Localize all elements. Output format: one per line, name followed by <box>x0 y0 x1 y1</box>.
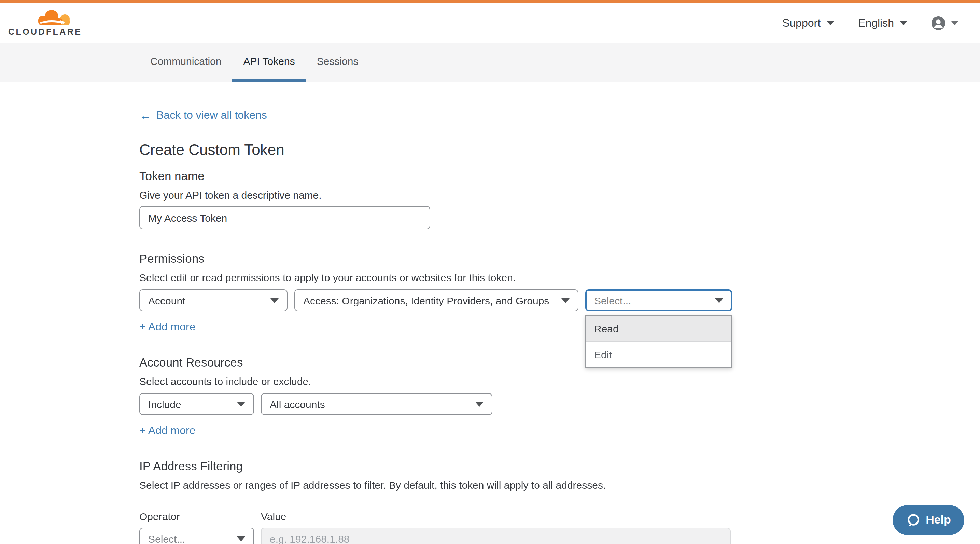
account-resources-description: Select accounts to include or exclude. <box>139 376 980 388</box>
token-name-heading: Token name <box>139 169 980 184</box>
ip-filtering-heading: IP Address Filtering <box>139 459 980 474</box>
include-exclude-select[interactable]: Include <box>139 393 254 415</box>
menu-item-edit[interactable]: Edit <box>586 342 732 367</box>
page: CLOUDFLARE Support English <box>0 0 980 544</box>
back-link[interactable]: ← Back to view all tokens <box>139 109 267 122</box>
language-menu[interactable]: English <box>858 17 907 29</box>
brand-top-bar <box>0 0 980 3</box>
permissions-row: Account Access: Organizations, Identity … <box>139 289 980 311</box>
account-menu[interactable] <box>932 16 958 30</box>
chevron-down-icon <box>270 298 278 303</box>
chevron-down-icon <box>562 298 570 303</box>
help-button[interactable]: Help <box>892 505 964 535</box>
speech-bubble-icon <box>906 513 920 527</box>
access-level-select-wrap: Select... Read Edit <box>585 289 732 311</box>
select-placeholder: Select... <box>594 295 631 306</box>
header-menus: Support English <box>782 16 958 30</box>
back-link-label: Back to view all tokens <box>156 109 267 122</box>
token-name-section: Token name Give your API token a descrip… <box>139 169 980 229</box>
ip-filtering-description: Select IP addresses or ranges of IP addr… <box>139 479 980 492</box>
ip-filtering-section: IP Address Filtering Select IP addresses… <box>139 459 980 544</box>
accounts-select[interactable]: All accounts <box>261 393 492 415</box>
value-label: Value <box>261 511 286 522</box>
account-resources-section: Account Resources Select accounts to inc… <box>139 355 980 437</box>
language-menu-label: English <box>858 17 894 29</box>
page-title: Create Custom Token <box>139 141 980 159</box>
token-name-description: Give your API token a descriptive name. <box>139 189 980 201</box>
support-menu-label: Support <box>782 17 821 29</box>
help-button-label: Help <box>926 513 951 527</box>
ip-filtering-labels: Operator Value <box>139 511 980 522</box>
operator-select[interactable]: Select... <box>139 528 254 544</box>
chevron-down-icon <box>827 21 834 25</box>
permissions-add-more-link[interactable]: + Add more <box>139 321 196 333</box>
menu-item-read[interactable]: Read <box>586 316 732 342</box>
cloudflare-logo[interactable]: CLOUDFLARE <box>8 9 82 37</box>
support-menu[interactable]: Support <box>782 17 834 29</box>
arrow-left-icon: ← <box>139 110 152 121</box>
permissions-description: Select edit or read permissions to apply… <box>139 272 980 284</box>
cloudflare-logo-text: CLOUDFLARE <box>8 28 82 37</box>
select-value: Include <box>148 398 181 410</box>
select-value: Access: Organizations, Identity Provider… <box>303 295 549 306</box>
access-level-select[interactable]: Select... <box>585 289 732 311</box>
tab-api-tokens[interactable]: API Tokens <box>232 43 305 82</box>
select-placeholder: Select... <box>148 533 185 544</box>
chevron-down-icon <box>900 21 907 25</box>
ip-filtering-row: Select... <box>139 528 980 544</box>
chevron-down-icon <box>475 402 484 406</box>
main-content: ← Back to view all tokens Create Custom … <box>0 82 980 544</box>
chevron-down-icon <box>715 298 723 303</box>
chevron-down-icon <box>237 536 245 541</box>
select-value: All accounts <box>270 398 325 410</box>
select-value: Account <box>148 295 185 306</box>
user-avatar-icon <box>932 16 945 30</box>
operator-label: Operator <box>139 511 261 522</box>
permissions-heading: Permissions <box>139 252 980 266</box>
tab-communication[interactable]: Communication <box>139 43 232 82</box>
permission-group-select[interactable]: Access: Organizations, Identity Provider… <box>294 289 578 311</box>
chevron-down-icon <box>951 21 958 25</box>
header: CLOUDFLARE Support English <box>0 3 980 43</box>
permissions-section: Permissions Select edit or read permissi… <box>139 252 980 333</box>
permission-scope-select[interactable]: Account <box>139 289 288 311</box>
ip-value-input[interactable] <box>261 528 731 544</box>
tab-sessions[interactable]: Sessions <box>306 43 369 82</box>
account-resources-row: Include All accounts <box>139 393 980 415</box>
token-name-input[interactable] <box>139 206 430 229</box>
account-resources-heading: Account Resources <box>139 355 980 370</box>
chevron-down-icon <box>237 402 245 406</box>
tab-bar: Communication API Tokens Sessions <box>0 43 980 82</box>
access-level-menu: Read Edit <box>585 316 732 368</box>
account-resources-add-more-link[interactable]: + Add more <box>139 425 196 437</box>
cloudflare-cloud-icon <box>37 9 72 27</box>
